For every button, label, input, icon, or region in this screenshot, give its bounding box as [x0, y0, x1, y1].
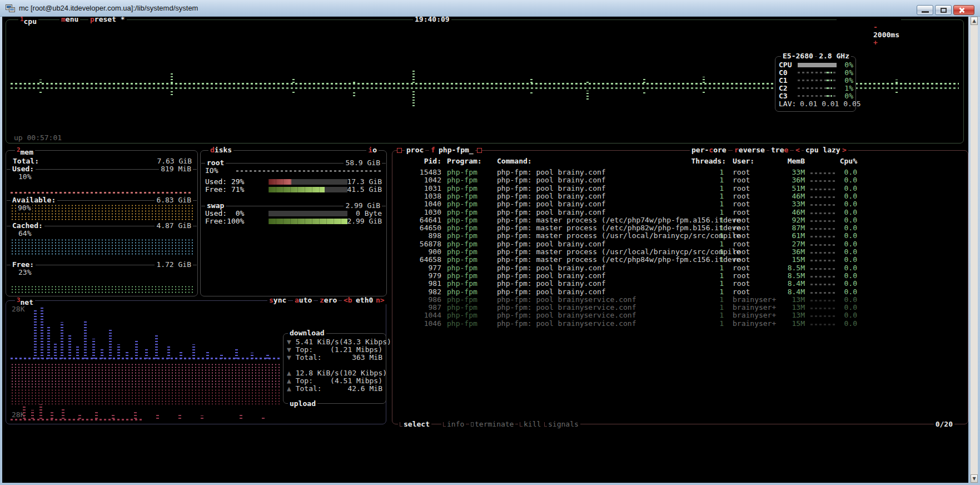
process-mem: 36M: [766, 176, 805, 184]
net-zero-toggle[interactable]: zero: [318, 296, 339, 304]
footer-info[interactable]: info: [441, 420, 466, 428]
process-command: php-fpm: pool brainy.conf: [497, 185, 606, 192]
process-row[interactable]: 56878php-fpmphp-fpm: pool brainy.conf1ro…: [392, 240, 968, 248]
net-sync-toggle[interactable]: sync: [267, 296, 288, 304]
io-mode-toggle[interactable]: io: [366, 146, 379, 154]
process-pid: 979: [398, 272, 441, 280]
net-prev-interface-button[interactable]: <b: [342, 296, 354, 304]
process-pid: 986: [398, 296, 441, 304]
net-upload-spike: [134, 412, 137, 419]
filter-input[interactable]: php-fpm_: [437, 146, 475, 154]
process-row[interactable]: 1042php-fpmphp-fpm: pool brainy.conf1roo…: [392, 176, 968, 184]
filter-clear-icon[interactable]: [477, 148, 482, 153]
process-row[interactable]: 979php-fpmphp-fpm: pool brainy.conf1root…: [392, 272, 968, 280]
process-row[interactable]: 1044php-fpmphp-fpm: pool brainyservice.c…: [392, 311, 968, 319]
per-core-toggle[interactable]: per-core: [690, 146, 728, 154]
cpu-box-title[interactable]: 1cpu: [18, 17, 38, 26]
column-header-pid[interactable]: Pid:: [398, 157, 441, 165]
disks-panel: disks io root 58.9 GiB IO% Used: 29% 17.…: [200, 150, 387, 296]
filter-key[interactable]: f: [429, 146, 437, 154]
process-program: php-fpm: [447, 296, 477, 304]
reverse-toggle[interactable]: reverse: [733, 146, 767, 154]
process-command: php-fpm: pool brainy.conf: [497, 209, 606, 216]
interval-increase-button[interactable]: +: [873, 38, 878, 47]
drive-free-meter: [268, 187, 347, 192]
net-download-bar: [76, 347, 79, 359]
process-row[interactable]: 64658php-fpmphp-fpm: master process (/et…: [392, 256, 968, 264]
net-next-interface-button[interactable]: n>: [374, 296, 386, 304]
cpu-core-label: C3: [779, 92, 788, 100]
process-threads: 1: [681, 311, 724, 319]
maximize-button[interactable]: [935, 5, 952, 15]
process-cpu: 0.0: [829, 311, 857, 319]
process-row[interactable]: 986php-fpmphp-fpm: pool brainyservice.co…: [392, 296, 968, 304]
sort-next-button[interactable]: >: [840, 146, 848, 154]
process-program: php-fpm: [447, 224, 477, 232]
interval-decrease-button[interactable]: -: [873, 23, 878, 31]
column-header-command[interactable]: Command:: [497, 157, 532, 165]
process-pid: 982: [398, 288, 441, 296]
disks-box-title[interactable]: disks: [208, 146, 233, 154]
column-header-program[interactable]: Program:: [447, 157, 482, 165]
process-user: root: [733, 209, 750, 216]
process-command: php-fpm: pool brainy.conf: [497, 264, 606, 272]
preset-button[interactable]: preset *: [88, 17, 127, 23]
process-program: php-fpm: [447, 232, 477, 240]
mem-box-title[interactable]: 2mem: [15, 146, 35, 156]
sort-prev-button[interactable]: <: [794, 146, 802, 154]
process-program: php-fpm: [447, 185, 477, 192]
net-auto-toggle[interactable]: auto: [293, 296, 314, 304]
process-row[interactable]: 1031php-fpmphp-fpm: pool brainy.conf1roo…: [392, 185, 968, 192]
process-row[interactable]: 1040php-fpmphp-fpm: pool brainy.conf1roo…: [392, 200, 968, 208]
proc-box-select-icon[interactable]: [397, 148, 402, 153]
cpu-core-graph-tail: [827, 72, 832, 73]
footer-kill[interactable]: kill: [518, 420, 543, 428]
mem-used-graph: [11, 192, 193, 194]
process-row[interactable]: 15483php-fpmphp-fpm: pool brainy.conf1ro…: [392, 169, 968, 176]
process-row[interactable]: 981php-fpmphp-fpm: pool brainy.conf1root…: [392, 280, 968, 288]
minimize-button[interactable]: [917, 5, 933, 15]
process-pid: 64658: [398, 256, 441, 264]
process-cpu: 0.0: [829, 240, 857, 248]
footer-select[interactable]: select: [398, 420, 431, 428]
process-mem: 13M: [766, 296, 805, 304]
process-row[interactable]: 977php-fpmphp-fpm: pool brainy.conf1root…: [392, 264, 968, 272]
column-header-cpu[interactable]: Cpu%: [829, 157, 857, 165]
close-button[interactable]: [953, 5, 974, 15]
column-header-mem[interactable]: MemB: [766, 157, 805, 165]
footer-signals[interactable]: signals: [543, 420, 580, 428]
terminal-scrollbar[interactable]: ▲ ▼: [971, 17, 978, 483]
net-upload-spike: [51, 412, 53, 419]
process-row[interactable]: 987php-fpmphp-fpm: pool brainyservice.co…: [392, 304, 968, 311]
column-header-threads[interactable]: Threads:: [670, 157, 726, 165]
menu-button[interactable]: menu: [59, 17, 80, 23]
process-row[interactable]: 1038php-fpmphp-fpm: pool brainy.conf1roo…: [392, 192, 968, 200]
process-threads: 1: [681, 256, 724, 264]
selection-counter: 0/20: [934, 420, 954, 428]
scroll-up-button[interactable]: ▲: [971, 17, 978, 25]
cpu-model: E5-2680: [781, 52, 815, 60]
net-upload-spike: [95, 411, 98, 419]
process-pid: 1038: [398, 192, 441, 200]
footer-terminate[interactable]: terminate: [469, 420, 515, 428]
process-row[interactable]: 1030php-fpmphp-fpm: pool brainy.conf1roo…: [392, 209, 968, 216]
process-row[interactable]: 898php-fpmphp-fpm: master process (/usr/…: [392, 232, 968, 240]
mem-cached-graph: [11, 239, 193, 255]
process-row[interactable]: 64650php-fpmphp-fpm: master process (/et…: [392, 224, 968, 232]
process-command: php-fpm: pool brainy.conf: [497, 200, 606, 208]
column-header-user[interactable]: User:: [733, 157, 754, 165]
process-command: php-fpm: pool brainy.conf: [497, 169, 606, 176]
sort-column: cpu lazy: [804, 146, 842, 154]
scroll-down-button[interactable]: ▼: [971, 474, 978, 483]
process-row[interactable]: 1046php-fpmphp-fpm: pool brainyservice.c…: [392, 320, 968, 328]
cpu-panel: 1cpu menu preset * 19:40:09 - 2000ms + E…: [6, 19, 964, 143]
tree-toggle[interactable]: tree: [769, 146, 790, 154]
proc-box-title[interactable]: proc: [405, 146, 425, 154]
download-top-label: Top:: [296, 345, 313, 354]
process-row[interactable]: 900php-fpmphp-fpm: master process (/usr/…: [392, 248, 968, 256]
process-threads: 1: [681, 216, 724, 224]
cpu-graph-spike: [530, 79, 533, 83]
process-row[interactable]: 982php-fpmphp-fpm: pool brainy.conf1root…: [392, 288, 968, 296]
process-row[interactable]: 64641php-fpmphp-fpm: master process (/et…: [392, 216, 968, 224]
titlebar[interactable]: mc [root@ub24.itdeveloper.com.ua]:/lib/s…: [0, 0, 980, 17]
